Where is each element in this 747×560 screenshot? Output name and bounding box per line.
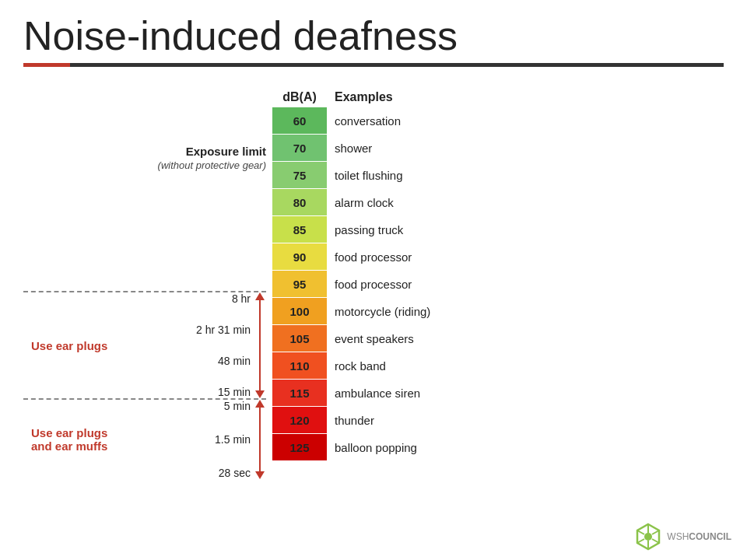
db-value: 90 bbox=[272, 243, 327, 270]
table-row: 120thunder bbox=[272, 407, 724, 433]
arrow-down-2 bbox=[255, 471, 265, 479]
table-row: 100motorcycle (riding) bbox=[272, 298, 724, 324]
exposure-limit-label: Exposure limit bbox=[158, 145, 266, 158]
example-value: food processor bbox=[327, 271, 724, 297]
example-value: toilet flushing bbox=[327, 162, 724, 188]
svg-point-1 bbox=[644, 533, 652, 541]
arrow-down-1 bbox=[255, 390, 265, 398]
db-value: 100 bbox=[272, 298, 327, 324]
header-bar-accent bbox=[23, 63, 70, 67]
svg-line-6 bbox=[652, 530, 659, 534]
db-value: 80 bbox=[272, 189, 327, 215]
db-value: 85 bbox=[272, 216, 327, 243]
left-panel: Exposure limit (without protective gear)… bbox=[23, 82, 272, 479]
example-value: thunder bbox=[327, 407, 724, 433]
db-value: 115 bbox=[272, 380, 327, 406]
db-value: 120 bbox=[272, 407, 327, 433]
time-1-5min: 1.5 min bbox=[181, 433, 251, 446]
example-value: event speakers bbox=[327, 325, 724, 352]
time-2hr31: 2 hr 31 min bbox=[181, 324, 251, 336]
table-row: 110rock band bbox=[272, 352, 724, 379]
logo-area: WSHCOUNCIL bbox=[634, 523, 731, 551]
logo-council: COUNCIL bbox=[689, 531, 731, 542]
col-header-examples: Examples bbox=[327, 90, 724, 104]
svg-line-7 bbox=[637, 539, 644, 543]
time-15min: 15 min bbox=[181, 386, 251, 398]
db-table: 60conversation70shower75toilet flushing8… bbox=[272, 107, 724, 460]
table-row: 80alarm clock bbox=[272, 189, 724, 215]
example-value: passing truck bbox=[327, 216, 724, 243]
wsh-logo-icon bbox=[634, 523, 662, 551]
time-28sec: 28 sec bbox=[181, 467, 251, 479]
arrow-shaft-1 bbox=[259, 300, 261, 390]
example-value: rock band bbox=[327, 352, 724, 379]
col-header-db: dB(A) bbox=[272, 90, 327, 104]
table-row: 60conversation bbox=[272, 107, 724, 134]
logo-text: WSHCOUNCIL bbox=[667, 531, 731, 542]
table-row: 105event speakers bbox=[272, 325, 724, 352]
db-value: 70 bbox=[272, 135, 327, 161]
time-48min: 48 min bbox=[181, 355, 251, 367]
table-row: 95food processor bbox=[272, 271, 724, 297]
db-value: 95 bbox=[272, 271, 327, 297]
arrow-up-1 bbox=[255, 292, 265, 300]
db-value: 105 bbox=[272, 325, 327, 352]
page-container: Noise-induced deafness Exposure limit (w… bbox=[0, 0, 747, 487]
header: Noise-induced deafness bbox=[0, 0, 747, 75]
example-value: shower bbox=[327, 135, 724, 161]
example-value: alarm clock bbox=[327, 189, 724, 215]
db-value: 60 bbox=[272, 107, 327, 134]
table-row: 125balloon popping bbox=[272, 434, 724, 460]
exposure-limit-sub: (without protective gear) bbox=[158, 159, 266, 171]
col-headers: dB(A) Examples bbox=[272, 90, 724, 104]
table-row: 90food processor bbox=[272, 243, 724, 270]
svg-line-4 bbox=[637, 530, 644, 534]
example-value: conversation bbox=[327, 107, 724, 134]
ear-plugs-label: Use ear plugs bbox=[23, 339, 107, 352]
table-row: 115ambulance siren bbox=[272, 380, 724, 406]
table-row: 85passing truck bbox=[272, 216, 724, 243]
logo-wsh: WSH bbox=[667, 531, 689, 542]
left-inner: Exposure limit (without protective gear)… bbox=[23, 145, 272, 479]
db-value: 125 bbox=[272, 434, 327, 460]
table-row: 75toilet flushing bbox=[272, 162, 724, 188]
arrow-shaft-2 bbox=[259, 408, 261, 471]
table-row: 70shower bbox=[272, 135, 724, 161]
page-title: Noise-induced deafness bbox=[23, 14, 724, 58]
example-value: food processor bbox=[327, 243, 724, 270]
db-value: 110 bbox=[272, 352, 327, 379]
header-bar bbox=[23, 63, 724, 67]
time-8hr: 8 hr bbox=[181, 292, 251, 305]
example-value: balloon popping bbox=[327, 434, 724, 460]
arrow-up-2 bbox=[255, 400, 265, 408]
db-value: 75 bbox=[272, 162, 327, 188]
right-panel: dB(A) Examples 60conversation70shower75t… bbox=[272, 82, 724, 479]
example-value: ambulance siren bbox=[327, 380, 724, 406]
main-content: Exposure limit (without protective gear)… bbox=[0, 75, 747, 487]
time-5min: 5 min bbox=[181, 400, 251, 412]
example-value: motorcycle (riding) bbox=[327, 298, 724, 324]
svg-line-5 bbox=[652, 539, 659, 543]
ear-plugs-muffs-label: Use ear plugs and ear muffs bbox=[23, 426, 107, 453]
